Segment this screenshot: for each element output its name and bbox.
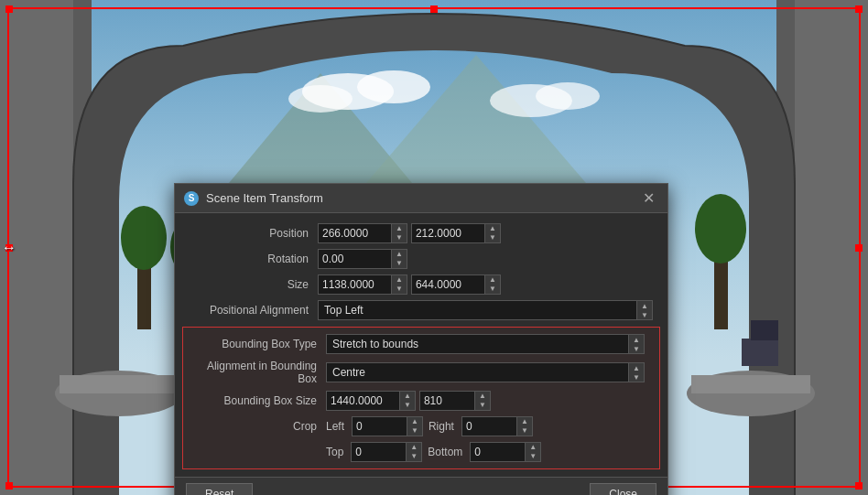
crop-left-label: Left <box>326 420 344 433</box>
size-w-up[interactable]: ▲ <box>392 275 407 285</box>
rotation-up[interactable]: ▲ <box>392 250 407 259</box>
bbox-size-label: Bounding Box Size <box>198 394 326 407</box>
bbox-h-down[interactable]: ▼ <box>475 401 490 410</box>
bbox-alignment-select-control: Centre Top Left Top Center Top Right Cen… <box>326 362 645 382</box>
rotation-controls: ▲ ▼ <box>318 249 653 269</box>
bbox-w-input[interactable]: ▲ ▼ <box>326 391 416 411</box>
positional-alignment-row: Positional Alignment Top Left Top Center… <box>175 297 667 323</box>
size-h-field[interactable] <box>411 274 484 295</box>
crop-top-input[interactable]: ▲ ▼ <box>351 442 422 462</box>
crop-right-label: Right <box>429 420 454 433</box>
bbox-w-spinners: ▲ ▼ <box>399 391 416 411</box>
dialog-icon: S <box>184 191 199 206</box>
bbox-w-down[interactable]: ▼ <box>400 401 415 410</box>
crop-top-down[interactable]: ▼ <box>407 452 421 461</box>
position-label: Position <box>190 227 318 240</box>
size-w-field[interactable] <box>318 274 391 295</box>
dialog-icon-label: S <box>189 193 195 203</box>
size-h-down[interactable]: ▼ <box>485 285 500 294</box>
rotation-label: Rotation <box>190 253 318 265</box>
crop-top-label: Top <box>326 446 343 458</box>
size-h-up[interactable]: ▲ <box>485 275 500 285</box>
close-button[interactable]: Close <box>590 483 656 495</box>
rotation-input[interactable]: ▲ ▼ <box>318 249 407 269</box>
positional-alignment-select-control: Top Left Top Center Top Right Center Lef… <box>318 300 653 320</box>
rotation-down[interactable]: ▼ <box>392 259 407 268</box>
crop-tb-row: Top ▲ ▼ Bottom ▲ ▼ <box>183 439 659 465</box>
bbox-alignment-select[interactable]: Centre Top Left Top Center Top Right Cen… <box>326 362 628 382</box>
size-controls: ▲ ▼ ▲ ▼ <box>318 274 653 295</box>
size-label: Size <box>190 278 318 291</box>
bbox-type-controls: Stretch to bounds Scale to inner bounds … <box>326 334 645 354</box>
crop-left-down[interactable]: ▼ <box>407 426 422 436</box>
positional-alignment-select[interactable]: Top Left Top Center Top Right Center Lef… <box>318 300 636 320</box>
position-y-up[interactable]: ▲ <box>485 224 500 233</box>
crop-tb-controls: Top ▲ ▼ Bottom ▲ ▼ <box>326 442 645 462</box>
size-h-input[interactable]: ▲ ▼ <box>411 274 501 295</box>
crop-bottom-down[interactable]: ▼ <box>526 452 540 461</box>
svg-point-21 <box>357 70 430 103</box>
bounding-box-section: Bounding Box Type Stretch to bounds Scal… <box>182 327 660 469</box>
bbox-w-field[interactable] <box>326 391 399 411</box>
crop-left-input[interactable]: ▲ ▼ <box>352 416 423 436</box>
svg-point-22 <box>288 85 353 113</box>
crop-bottom-field[interactable] <box>470 442 525 462</box>
position-x-down[interactable]: ▼ <box>392 233 407 242</box>
position-y-down[interactable]: ▼ <box>485 233 500 242</box>
crop-left-up[interactable]: ▲ <box>407 417 422 426</box>
crop-left-field[interactable] <box>352 416 407 436</box>
crop-right-down[interactable]: ▼ <box>517 426 532 436</box>
crop-lr-row: Crop Left ▲ ▼ Right ▲ <box>183 414 659 439</box>
bbox-alignment-arrow[interactable]: ▲ ▼ <box>628 362 645 382</box>
size-row: Size ▲ ▼ ▲ ▼ <box>175 272 667 297</box>
bbox-h-spinners: ▲ ▼ <box>474 391 491 411</box>
bbox-w-up[interactable]: ▲ <box>400 392 415 401</box>
position-row: Position ▲ ▼ ▲ ▼ <box>175 221 667 246</box>
bbox-alignment-controls: Centre Top Left Top Center Top Right Cen… <box>326 362 645 382</box>
svg-rect-5 <box>795 0 868 495</box>
size-h-spinners: ▲ ▼ <box>484 274 501 295</box>
dialog-footer: Reset Close <box>175 477 667 495</box>
crop-right-spinners: ▲ ▼ <box>516 416 533 436</box>
dialog-title: Scene Item Transform <box>206 191 639 205</box>
bbox-type-select[interactable]: Stretch to bounds Scale to inner bounds … <box>326 334 628 354</box>
crop-top-field[interactable] <box>351 442 406 462</box>
size-w-input[interactable]: ▲ ▼ <box>318 274 407 295</box>
position-y-field[interactable] <box>411 223 484 243</box>
bbox-type-label: Bounding Box Type <box>198 338 326 350</box>
bbox-type-arrow[interactable]: ▲ ▼ <box>628 334 645 354</box>
position-x-field[interactable] <box>318 223 391 243</box>
dialog-titlebar: S Scene Item Transform ✕ <box>175 184 667 213</box>
crop-lr-controls: Left ▲ ▼ Right ▲ ▼ <box>326 416 645 436</box>
crop-bottom-input[interactable]: ▲ ▼ <box>470 442 541 462</box>
crop-top-up[interactable]: ▲ <box>407 443 421 452</box>
crop-right-up[interactable]: ▲ <box>517 417 532 426</box>
scene-item-transform-dialog: S Scene Item Transform ✕ Position ▲ ▼ <box>174 183 668 495</box>
position-x-input[interactable]: ▲ ▼ <box>318 223 407 243</box>
bbox-size-controls: ▲ ▼ ▲ ▼ <box>326 391 645 411</box>
bbox-h-input[interactable]: ▲ ▼ <box>419 391 491 411</box>
bbox-h-up[interactable]: ▲ <box>475 392 490 401</box>
svg-point-9 <box>121 206 167 270</box>
bbox-alignment-row: Alignment in Bounding Box Centre Top Lef… <box>183 357 659 388</box>
position-x-up[interactable]: ▲ <box>392 224 407 233</box>
svg-rect-15 <box>60 375 179 393</box>
size-w-down[interactable]: ▼ <box>392 285 407 294</box>
crop-left-spinners: ▲ ▼ <box>407 416 423 436</box>
size-w-spinners: ▲ ▼ <box>391 274 407 295</box>
position-y-input[interactable]: ▲ ▼ <box>411 223 501 243</box>
positional-alignment-arrow[interactable]: ▲ ▼ <box>636 300 653 320</box>
crop-right-input[interactable]: ▲ ▼ <box>461 416 533 436</box>
positional-alignment-label: Positional Alignment <box>190 304 318 317</box>
position-y-spinners: ▲ ▼ <box>484 223 501 243</box>
crop-top-spinners: ▲ ▼ <box>406 442 422 462</box>
svg-point-13 <box>695 194 746 264</box>
crop-right-field[interactable] <box>461 416 516 436</box>
bbox-h-field[interactable] <box>419 391 474 411</box>
reset-button[interactable]: Reset <box>186 483 253 495</box>
position-controls: ▲ ▼ ▲ ▼ <box>318 223 653 243</box>
crop-bottom-up[interactable]: ▲ <box>526 443 540 452</box>
crop-bottom-label: Bottom <box>428 446 462 458</box>
rotation-field[interactable] <box>318 249 391 269</box>
dialog-close-button[interactable]: ✕ <box>639 189 658 208</box>
